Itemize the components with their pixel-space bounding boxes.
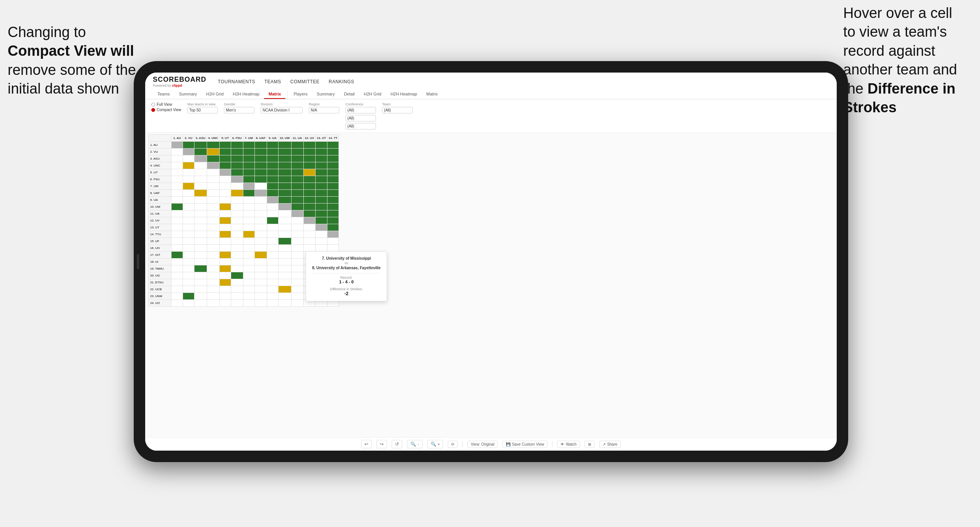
matrix-cell[interactable] [219, 245, 231, 252]
filter-conference-select2[interactable]: (All) [345, 115, 376, 121]
matrix-cell[interactable] [254, 183, 267, 190]
matrix-cell[interactable] [194, 286, 207, 293]
matrix-cell[interactable] [207, 286, 219, 293]
tab-players[interactable]: Players [289, 90, 312, 99]
matrix-cell[interactable] [207, 279, 219, 286]
compact-view-option[interactable]: Compact View [151, 108, 181, 112]
matrix-cell[interactable] [316, 217, 327, 224]
matrix-cell[interactable] [327, 204, 339, 210]
matrix-cell[interactable] [194, 265, 207, 272]
matrix-cell[interactable] [183, 183, 194, 190]
matrix-cell[interactable] [278, 231, 291, 238]
matrix-cell[interactable] [172, 176, 183, 183]
matrix-cell[interactable] [291, 155, 303, 162]
compact-view-radio[interactable] [151, 108, 155, 112]
matrix-cell[interactable] [231, 259, 243, 265]
matrix-cell[interactable] [267, 217, 278, 224]
matrix-cell[interactable] [219, 210, 231, 217]
matrix-cell[interactable] [231, 155, 243, 162]
matrix-cell[interactable] [183, 210, 194, 217]
matrix-cell[interactable] [243, 293, 254, 300]
tab-matrix-l[interactable]: Matrix [264, 90, 285, 99]
matrix-cell[interactable] [254, 265, 267, 272]
matrix-cell[interactable] [183, 231, 194, 238]
matrix-cell[interactable] [183, 197, 194, 204]
matrix-cell[interactable] [316, 197, 327, 204]
matrix-cell[interactable] [172, 197, 183, 204]
undo-button[interactable]: ↩ [361, 440, 372, 448]
matrix-cell[interactable] [278, 252, 291, 259]
matrix-cell[interactable] [231, 183, 243, 190]
matrix-cell[interactable] [231, 245, 243, 252]
matrix-cell[interactable] [194, 176, 207, 183]
full-view-radio[interactable] [151, 103, 155, 107]
matrix-cell[interactable] [183, 265, 194, 272]
matrix-cell[interactable] [291, 272, 303, 279]
matrix-cell[interactable] [303, 231, 315, 238]
matrix-cell[interactable] [243, 279, 254, 286]
matrix-cell[interactable] [254, 252, 267, 259]
matrix-cell[interactable] [316, 155, 327, 162]
matrix-cell[interactable] [207, 169, 219, 176]
matrix-cell[interactable] [219, 293, 231, 300]
filter-division-select[interactable]: NCAA Division I [261, 107, 303, 113]
matrix-cell[interactable] [219, 183, 231, 190]
matrix-cell[interactable] [243, 272, 254, 279]
matrix-cell[interactable] [172, 169, 183, 176]
matrix-cell[interactable] [207, 204, 219, 210]
matrix-cell[interactable] [267, 300, 278, 307]
tab-summary-l[interactable]: Summary [174, 90, 201, 99]
matrix-cell[interactable] [291, 162, 303, 169]
matrix-cell[interactable] [207, 224, 219, 231]
matrix-cell[interactable] [219, 217, 231, 224]
matrix-cell[interactable] [327, 197, 339, 204]
matrix-cell[interactable] [316, 210, 327, 217]
matrix-cell[interactable] [267, 149, 278, 155]
matrix-cell[interactable] [172, 300, 183, 307]
matrix-cell[interactable] [231, 210, 243, 217]
matrix-cell[interactable] [278, 204, 291, 210]
tab-h2h-heatmap-l[interactable]: H2H Heatmap [228, 90, 264, 99]
matrix-cell[interactable] [254, 286, 267, 293]
matrix-cell[interactable] [243, 183, 254, 190]
matrix-cell[interactable] [327, 217, 339, 224]
matrix-cell[interactable] [278, 245, 291, 252]
matrix-cell[interactable] [327, 231, 339, 238]
matrix-cell[interactable] [194, 149, 207, 155]
matrix-cell[interactable] [231, 286, 243, 293]
matrix-cell[interactable] [219, 155, 231, 162]
matrix-cell[interactable] [303, 183, 315, 190]
matrix-cell[interactable] [254, 142, 267, 149]
matrix-cell[interactable] [278, 259, 291, 265]
matrix-cell[interactable] [291, 300, 303, 307]
matrix-cell[interactable] [172, 217, 183, 224]
matrix-cell[interactable] [278, 162, 291, 169]
matrix-cell[interactable] [183, 155, 194, 162]
matrix-cell[interactable] [172, 142, 183, 149]
share-button[interactable]: ↗ Share [599, 441, 621, 448]
matrix-cell[interactable] [254, 217, 267, 224]
matrix-cell[interactable] [172, 259, 183, 265]
matrix-cell[interactable] [327, 176, 339, 183]
matrix-cell[interactable] [303, 142, 315, 149]
matrix-container[interactable]: 1. AU 2. VU 3. ASU 4. UNC 5. UT 6. FSU 7… [145, 133, 837, 437]
matrix-cell[interactable] [231, 169, 243, 176]
matrix-cell[interactable] [291, 259, 303, 265]
matrix-cell[interactable] [207, 252, 219, 259]
matrix-cell[interactable] [207, 197, 219, 204]
nav-teams[interactable]: TEAMS [264, 78, 281, 86]
save-custom-button[interactable]: 💾 Save Custom View [502, 441, 548, 448]
matrix-cell[interactable] [172, 190, 183, 197]
matrix-cell[interactable] [291, 265, 303, 272]
matrix-cell[interactable] [243, 190, 254, 197]
matrix-cell[interactable] [316, 231, 327, 238]
matrix-cell[interactable] [327, 245, 339, 252]
view-original-button[interactable]: View: Original [467, 441, 498, 448]
matrix-cell[interactable] [327, 210, 339, 217]
matrix-cell[interactable] [231, 162, 243, 169]
matrix-cell[interactable] [327, 149, 339, 155]
matrix-cell[interactable] [183, 176, 194, 183]
matrix-cell[interactable] [291, 169, 303, 176]
matrix-cell[interactable] [254, 210, 267, 217]
matrix-cell[interactable] [278, 238, 291, 245]
